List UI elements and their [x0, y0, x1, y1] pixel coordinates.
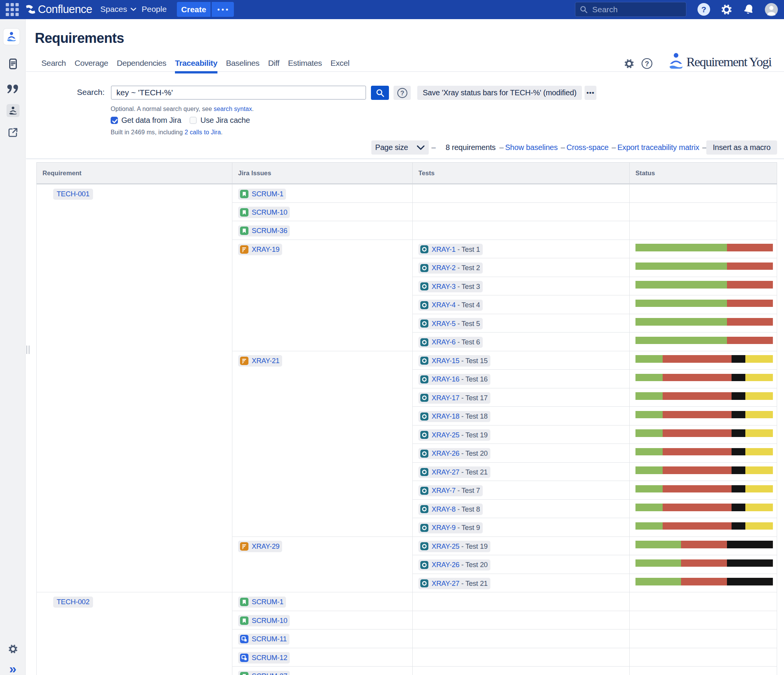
svg-text:?: ?	[400, 90, 404, 97]
svg-text:?: ?	[701, 5, 706, 14]
svg-text:?: ?	[645, 60, 649, 68]
